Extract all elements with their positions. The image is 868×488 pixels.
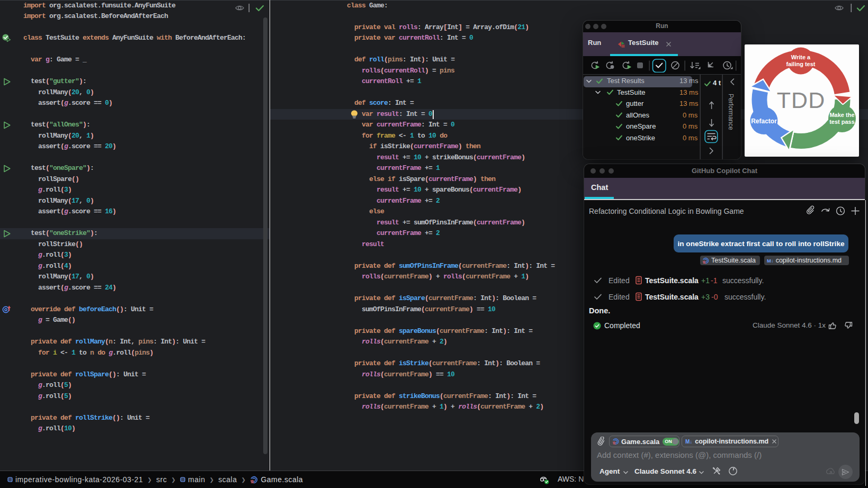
svg-text:failing test: failing test (786, 61, 815, 67)
svg-text:test pass: test pass (829, 119, 855, 125)
svg-text:Make the: Make the (829, 112, 854, 118)
svg-text:Write a: Write a (791, 54, 811, 60)
svg-text:TDD: TDD (777, 87, 825, 113)
svg-text:Refactor: Refactor (751, 118, 777, 125)
